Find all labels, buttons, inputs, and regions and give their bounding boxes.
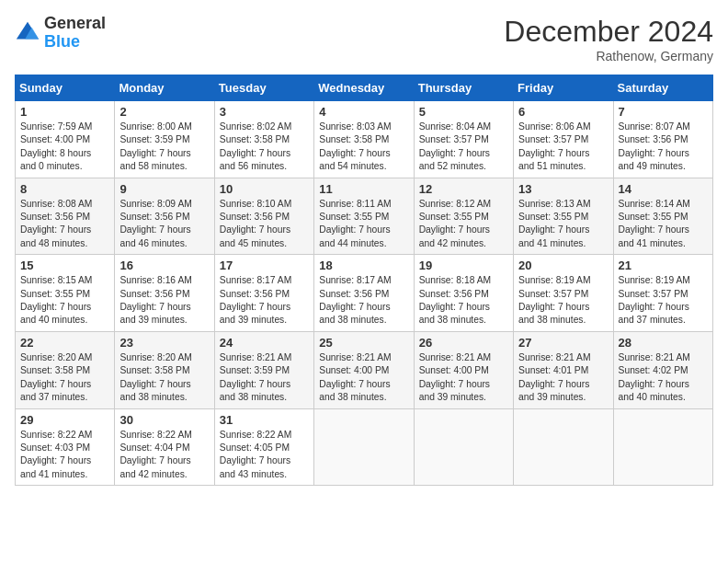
day-info: Sunrise: 8:20 AM Sunset: 3:58 PM Dayligh… [20, 352, 92, 402]
day-info: Sunrise: 8:21 AM Sunset: 4:02 PM Dayligh… [619, 352, 690, 402]
calendar-cell: 12Sunrise: 8:12 AM Sunset: 3:55 PM Dayli… [414, 178, 513, 255]
day-number: 27 [518, 336, 608, 350]
day-number: 6 [518, 105, 608, 119]
day-info: Sunrise: 8:00 AM Sunset: 3:59 PM Dayligh… [119, 121, 191, 171]
day-info: Sunrise: 8:15 AM Sunset: 3:55 PM Dayligh… [20, 275, 92, 325]
calendar-cell [314, 408, 414, 486]
day-info: Sunrise: 8:22 AM Sunset: 4:04 PM Dayligh… [119, 430, 191, 479]
calendar-cell: 4Sunrise: 8:03 AM Sunset: 3:58 PM Daylig… [314, 101, 414, 178]
day-info: Sunrise: 8:11 AM Sunset: 3:55 PM Dayligh… [319, 199, 391, 248]
calendar-cell [613, 408, 712, 486]
day-number: 1 [20, 105, 109, 119]
day-info: Sunrise: 8:06 AM Sunset: 3:57 PM Dayligh… [518, 121, 590, 171]
day-number: 22 [20, 336, 109, 350]
day-number: 28 [619, 336, 708, 350]
calendar-cell: 31Sunrise: 8:22 AM Sunset: 4:05 PM Dayli… [214, 408, 313, 486]
col-header-sunday: Sunday [16, 75, 115, 101]
day-number: 26 [419, 336, 508, 350]
calendar-cell: 27Sunrise: 8:21 AM Sunset: 4:01 PM Dayli… [514, 331, 613, 408]
day-info: Sunrise: 8:17 AM Sunset: 3:56 PM Dayligh… [220, 275, 291, 325]
day-number: 10 [220, 182, 309, 196]
day-number: 15 [20, 259, 109, 272]
logo: General Blue [15, 15, 106, 52]
calendar-cell: 24Sunrise: 8:21 AM Sunset: 3:59 PM Dayli… [214, 331, 313, 408]
calendar-cell: 23Sunrise: 8:20 AM Sunset: 3:58 PM Dayli… [115, 331, 214, 408]
col-header-friday: Friday [514, 75, 613, 101]
day-number: 24 [220, 336, 309, 350]
day-info: Sunrise: 8:04 AM Sunset: 3:57 PM Dayligh… [419, 121, 491, 171]
location-subtitle: Rathenow, Germany [504, 49, 713, 63]
day-info: Sunrise: 8:02 AM Sunset: 3:58 PM Dayligh… [220, 121, 291, 171]
calendar-cell: 11Sunrise: 8:11 AM Sunset: 3:55 PM Dayli… [314, 178, 414, 255]
calendar-cell: 2Sunrise: 8:00 AM Sunset: 3:59 PM Daylig… [115, 101, 214, 178]
day-info: Sunrise: 8:19 AM Sunset: 3:57 PM Dayligh… [518, 275, 590, 325]
calendar-cell [514, 408, 613, 486]
logo-icon [15, 20, 40, 46]
day-info: Sunrise: 8:16 AM Sunset: 3:56 PM Dayligh… [119, 275, 191, 325]
day-number: 8 [20, 182, 109, 196]
day-number: 13 [518, 182, 608, 196]
day-info: Sunrise: 8:03 AM Sunset: 3:58 PM Dayligh… [319, 121, 391, 171]
day-number: 12 [419, 182, 508, 196]
day-number: 25 [319, 336, 408, 350]
day-number: 14 [619, 182, 708, 196]
day-number: 18 [319, 259, 408, 272]
day-info: Sunrise: 7:59 AM Sunset: 4:00 PM Dayligh… [20, 121, 92, 171]
day-number: 16 [119, 259, 209, 272]
day-number: 2 [119, 105, 209, 119]
day-info: Sunrise: 8:21 AM Sunset: 4:00 PM Dayligh… [319, 352, 391, 402]
calendar-cell: 22Sunrise: 8:20 AM Sunset: 3:58 PM Dayli… [16, 331, 115, 408]
day-info: Sunrise: 8:21 AM Sunset: 3:59 PM Dayligh… [220, 352, 291, 402]
day-number: 7 [619, 105, 708, 119]
calendar-cell: 1Sunrise: 7:59 AM Sunset: 4:00 PM Daylig… [16, 101, 115, 178]
day-number: 11 [319, 182, 408, 196]
day-info: Sunrise: 8:10 AM Sunset: 3:56 PM Dayligh… [220, 199, 291, 248]
calendar-cell: 7Sunrise: 8:07 AM Sunset: 3:56 PM Daylig… [613, 101, 712, 178]
calendar-cell: 9Sunrise: 8:09 AM Sunset: 3:56 PM Daylig… [115, 178, 214, 255]
calendar-cell: 25Sunrise: 8:21 AM Sunset: 4:00 PM Dayli… [314, 331, 414, 408]
calendar-cell: 8Sunrise: 8:08 AM Sunset: 3:56 PM Daylig… [16, 178, 115, 255]
col-header-thursday: Thursday [414, 75, 513, 101]
day-info: Sunrise: 8:08 AM Sunset: 3:56 PM Dayligh… [20, 199, 92, 248]
day-number: 21 [619, 259, 708, 272]
day-number: 17 [220, 259, 309, 272]
calendar-cell [414, 408, 513, 486]
day-number: 3 [220, 105, 309, 119]
calendar-cell: 29Sunrise: 8:22 AM Sunset: 4:03 PM Dayli… [16, 408, 115, 486]
page-header: General Blue December 2024 Rathenow, Ger… [15, 15, 713, 63]
calendar-cell: 30Sunrise: 8:22 AM Sunset: 4:04 PM Dayli… [115, 408, 214, 486]
calendar-cell: 26Sunrise: 8:21 AM Sunset: 4:00 PM Dayli… [414, 331, 513, 408]
month-title: December 2024 [504, 15, 713, 49]
day-number: 5 [419, 105, 508, 119]
calendar-table: SundayMondayTuesdayWednesdayThursdayFrid… [15, 75, 713, 486]
day-number: 19 [419, 259, 508, 272]
day-number: 9 [119, 182, 209, 196]
day-info: Sunrise: 8:22 AM Sunset: 4:03 PM Dayligh… [20, 430, 92, 479]
calendar-cell: 20Sunrise: 8:19 AM Sunset: 3:57 PM Dayli… [514, 255, 613, 332]
calendar-cell: 15Sunrise: 8:15 AM Sunset: 3:55 PM Dayli… [16, 255, 115, 332]
day-number: 4 [319, 105, 408, 119]
day-number: 20 [518, 259, 608, 272]
calendar-cell: 3Sunrise: 8:02 AM Sunset: 3:58 PM Daylig… [214, 101, 313, 178]
day-info: Sunrise: 8:22 AM Sunset: 4:05 PM Dayligh… [220, 430, 291, 479]
day-info: Sunrise: 8:19 AM Sunset: 3:57 PM Dayligh… [619, 275, 690, 325]
day-info: Sunrise: 8:18 AM Sunset: 3:56 PM Dayligh… [419, 275, 491, 325]
col-header-saturday: Saturday [613, 75, 712, 101]
col-header-wednesday: Wednesday [314, 75, 414, 101]
day-number: 31 [220, 413, 309, 427]
calendar-cell: 6Sunrise: 8:06 AM Sunset: 3:57 PM Daylig… [514, 101, 613, 178]
day-info: Sunrise: 8:13 AM Sunset: 3:55 PM Dayligh… [518, 199, 590, 248]
calendar-cell: 21Sunrise: 8:19 AM Sunset: 3:57 PM Dayli… [613, 255, 712, 332]
day-number: 23 [119, 336, 209, 350]
day-info: Sunrise: 8:17 AM Sunset: 3:56 PM Dayligh… [319, 275, 391, 325]
calendar-cell: 5Sunrise: 8:04 AM Sunset: 3:57 PM Daylig… [414, 101, 513, 178]
day-info: Sunrise: 8:09 AM Sunset: 3:56 PM Dayligh… [119, 199, 191, 248]
col-header-tuesday: Tuesday [214, 75, 313, 101]
title-block: December 2024 Rathenow, Germany [504, 15, 713, 63]
calendar-cell: 10Sunrise: 8:10 AM Sunset: 3:56 PM Dayli… [214, 178, 313, 255]
calendar-cell: 19Sunrise: 8:18 AM Sunset: 3:56 PM Dayli… [414, 255, 513, 332]
day-number: 30 [119, 413, 209, 427]
day-info: Sunrise: 8:21 AM Sunset: 4:00 PM Dayligh… [419, 352, 491, 402]
calendar-cell: 14Sunrise: 8:14 AM Sunset: 3:55 PM Dayli… [613, 178, 712, 255]
day-number: 29 [20, 413, 109, 427]
